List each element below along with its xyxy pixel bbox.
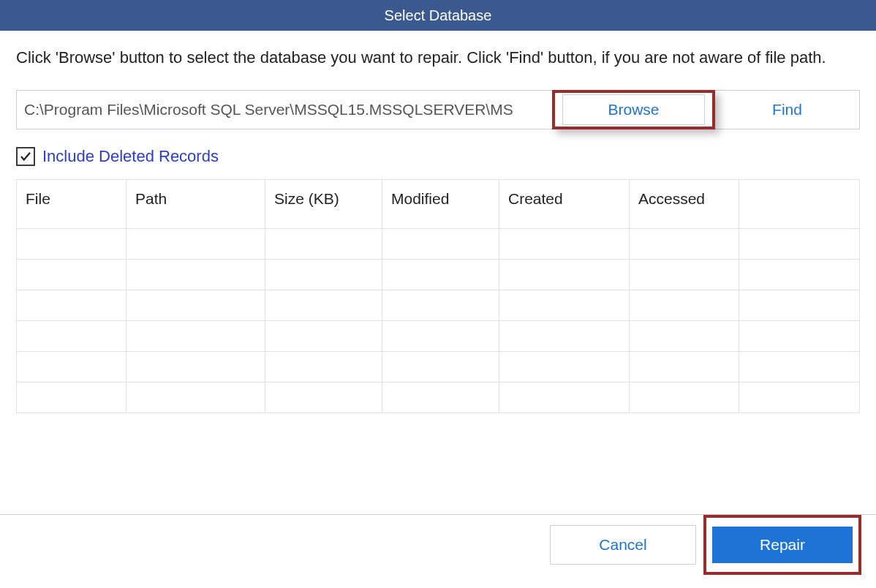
instruction-text: Click 'Browse' button to select the data… — [16, 45, 860, 69]
database-path-input[interactable] — [16, 90, 554, 129]
checkmark-icon — [19, 150, 32, 163]
browse-highlight-frame: Browse — [552, 90, 715, 129]
repair-highlight-frame: Repair — [703, 515, 861, 575]
col-modified[interactable]: Modified — [382, 180, 499, 229]
col-created[interactable]: Created — [499, 180, 630, 229]
table-row[interactable] — [17, 229, 860, 260]
browse-button[interactable]: Browse — [562, 94, 705, 125]
include-deleted-checkbox[interactable] — [16, 147, 35, 166]
find-button[interactable]: Find — [715, 90, 860, 129]
repair-button[interactable]: Repair — [712, 527, 853, 563]
path-row: Browse Find — [16, 90, 860, 129]
cancel-button[interactable]: Cancel — [550, 525, 696, 565]
col-path[interactable]: Path — [127, 180, 265, 229]
table-row[interactable] — [17, 382, 860, 413]
include-deleted-label[interactable]: Include Deleted Records — [42, 147, 219, 166]
dialog-title: Select Database — [385, 7, 492, 24]
table-row[interactable] — [17, 260, 860, 290]
table-header-row: File Path Size (KB) Modified Created Acc… — [17, 180, 860, 229]
table-row[interactable] — [17, 290, 860, 321]
col-size[interactable]: Size (KB) — [265, 180, 382, 229]
include-deleted-row: Include Deleted Records — [16, 147, 860, 166]
dialog-content: Click 'Browse' button to select the data… — [0, 31, 876, 413]
table-row[interactable] — [17, 321, 860, 352]
footer-buttons: Cancel Repair — [550, 515, 861, 575]
col-file[interactable]: File — [17, 180, 127, 229]
table-row[interactable] — [17, 352, 860, 382]
col-accessed[interactable]: Accessed — [630, 180, 739, 229]
titlebar: Select Database — [0, 0, 876, 31]
file-table: File Path Size (KB) Modified Created Acc… — [16, 179, 860, 413]
col-extra[interactable] — [739, 180, 860, 229]
